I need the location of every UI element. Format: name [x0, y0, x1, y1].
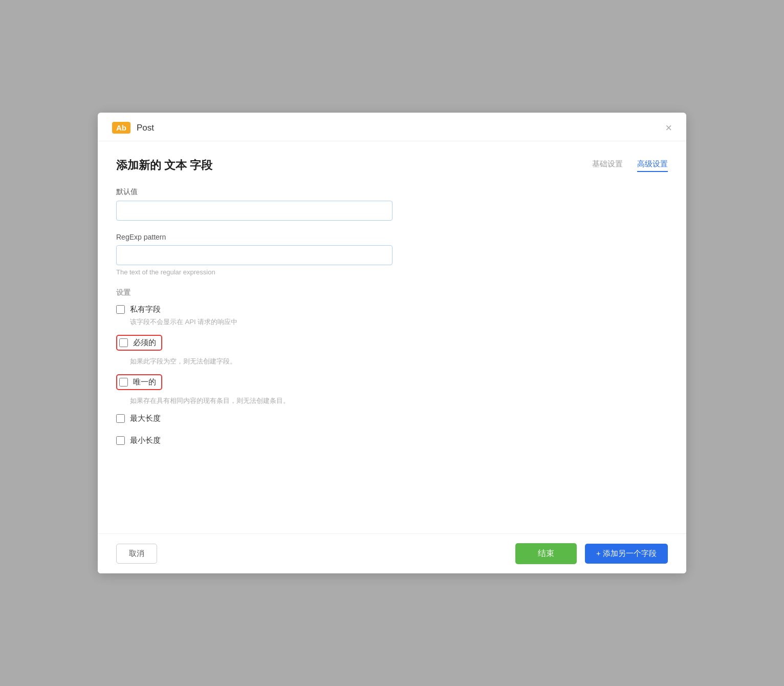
tab-row: 基础设置 高级设置	[592, 159, 668, 172]
private-field-row: 私有字段	[116, 305, 668, 314]
required-checkbox[interactable]	[119, 338, 128, 347]
min-length-label: 最小长度	[130, 436, 161, 445]
modal-body: 添加新的 文本 字段 基础设置 高级设置 默认值 RegExp pattern …	[98, 141, 686, 533]
settings-section: 设置 私有字段 该字段不会显示在 API 请求的响应中 必须的	[116, 288, 668, 445]
add-another-button[interactable]: + 添加另一个字段	[585, 544, 668, 564]
modal-footer: 取消 结束 + 添加另一个字段	[98, 533, 686, 573]
required-label: 必须的	[133, 338, 156, 348]
private-checkbox[interactable]	[116, 305, 125, 314]
cancel-button[interactable]: 取消	[116, 544, 157, 564]
unique-field-row: 唯一的	[119, 377, 156, 387]
modal-title-row: 添加新的 文本 字段 基础设置 高级设置	[116, 158, 668, 173]
private-label: 私有字段	[130, 305, 161, 314]
settings-section-title: 设置	[116, 288, 668, 297]
required-highlight-wrapper: 必须的	[116, 335, 668, 354]
modal-overlay: Ab Post × 添加新的 文本 字段 基础设置 高级设置 默认值 RegEx…	[0, 0, 784, 686]
modal-header: Ab Post ×	[98, 113, 686, 141]
unique-checkbox[interactable]	[119, 378, 128, 387]
required-field-row: 必须的	[119, 338, 156, 348]
close-button[interactable]: ×	[665, 122, 672, 134]
regexp-hint: The text of the regular expression	[116, 268, 668, 276]
ab-badge: Ab	[112, 122, 130, 134]
private-hint: 该字段不会显示在 API 请求的响应中	[130, 317, 668, 327]
regexp-section: RegExp pattern The text of the regular e…	[116, 233, 668, 276]
required-highlight-box: 必须的	[116, 335, 162, 351]
max-length-row: 最大长度	[116, 414, 668, 423]
unique-highlight-wrapper: 唯一的	[116, 374, 668, 393]
tab-basic[interactable]: 基础设置	[592, 159, 623, 172]
modal-header-title: Post	[137, 123, 154, 133]
max-length-checkbox[interactable]	[116, 414, 125, 423]
regexp-label: RegExp pattern	[116, 233, 668, 241]
default-value-input[interactable]	[116, 201, 393, 221]
end-button[interactable]: 结束	[515, 543, 577, 564]
default-value-label: 默认值	[116, 187, 668, 197]
unique-highlight-box: 唯一的	[116, 374, 162, 390]
min-length-row: 最小长度	[116, 436, 668, 445]
unique-hint: 如果存在具有相同内容的现有条目，则无法创建条目。	[130, 396, 668, 405]
modal: Ab Post × 添加新的 文本 字段 基础设置 高级设置 默认值 RegEx…	[98, 113, 686, 573]
page-title: 添加新的 文本 字段	[116, 158, 212, 173]
unique-label: 唯一的	[133, 377, 156, 387]
default-value-section: 默认值	[116, 187, 668, 221]
max-length-label: 最大长度	[130, 414, 161, 423]
tab-advanced[interactable]: 高级设置	[637, 159, 668, 172]
regexp-input[interactable]	[116, 245, 393, 265]
required-hint: 如果此字段为空，则无法创建字段。	[130, 357, 668, 366]
min-length-checkbox[interactable]	[116, 436, 125, 445]
